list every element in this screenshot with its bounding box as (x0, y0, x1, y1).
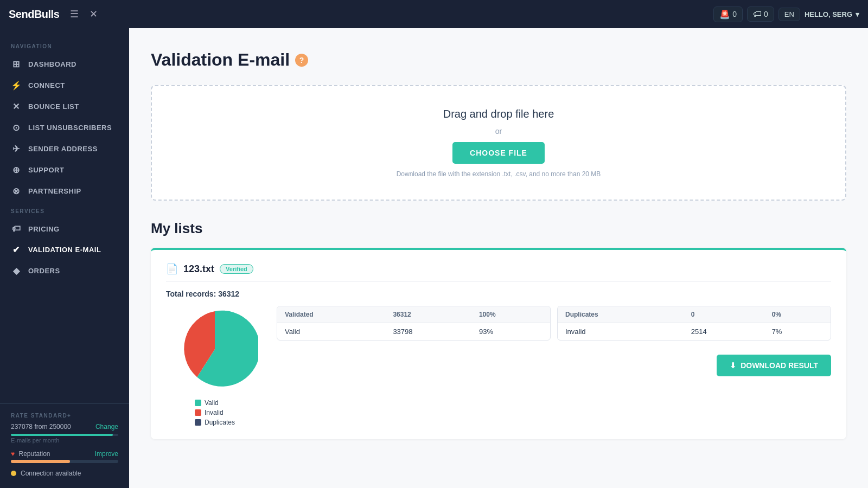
col-header-category2: Duplicates (558, 306, 684, 323)
col-header-count2: 0 (684, 306, 764, 323)
sidebar-item-dashboard[interactable]: ⊞ DASHBOARD (0, 54, 129, 75)
download-result-button[interactable]: ⬇ DOWNLOAD RESULT (717, 355, 831, 376)
rate-used: 237078 from 250000 (11, 423, 71, 431)
menu-icon[interactable]: ☰ (70, 8, 79, 20)
dashboard-icon: ⊞ (11, 59, 22, 69)
bell-icon: 🚨 (719, 9, 730, 20)
nav-section-label: NAVIGATION (0, 43, 129, 54)
notifications-count: 0 (732, 10, 737, 18)
sidebar-item-label: VALIDATION E-MAIL (28, 246, 101, 254)
validation-icon: ✔ (11, 245, 22, 255)
sidebar-item-label: ORDERS (28, 267, 60, 275)
unsubscribers-icon: ⊙ (11, 123, 22, 133)
connect-icon: ⚡ (11, 80, 22, 91)
upload-box: Drag and drop file here or CHOOSE FILE D… (151, 85, 846, 201)
page-title: Validation E-mail (151, 50, 290, 70)
invalid-dot (195, 409, 201, 416)
drag-drop-text: Drag and drop file here (443, 108, 554, 120)
reputation-link[interactable]: Improve (95, 450, 118, 458)
col-header-pct1: 100% (471, 306, 550, 323)
legend-valid: Valid (195, 399, 235, 407)
topbar: SendBulls ☰ ✕ 🚨 0 🏷 0 EN HELLO, SERG ▾ (0, 0, 868, 28)
main-content: Validation E-mail ? Drag and drop file h… (129, 28, 868, 488)
choose-file-button[interactable]: CHOOSE FILE (452, 142, 545, 164)
user-menu[interactable]: HELLO, SERG ▾ (805, 10, 859, 18)
sender-icon: ✈ (11, 144, 22, 154)
row-label: Invalid (558, 323, 684, 341)
connection-label: Connection available (21, 470, 81, 477)
sidebar-item-bounce[interactable]: ✕ BOUNCE LIST (0, 96, 129, 117)
reputation-label: ♥ Reputation (11, 450, 50, 458)
lang-button[interactable]: EN (778, 8, 800, 21)
list-card-header: 📄 123.txt Verified (166, 263, 831, 282)
pie-chart (171, 306, 258, 393)
sidebar-item-sender[interactable]: ✈ SENDER ADDRESS (0, 138, 129, 159)
sidebar-item-validation[interactable]: ✔ VALIDATION E-MAIL (0, 239, 129, 260)
stats-table-left: Validated 36312 100% Valid 33798 (277, 306, 551, 341)
row-value: 33798 (385, 323, 471, 341)
legend-invalid-label: Invalid (205, 409, 224, 416)
rate-sub: E-mails per month (11, 437, 118, 444)
sidebar-item-connect[interactable]: ⚡ CONNECT (0, 75, 129, 96)
support-icon: ⊕ (11, 165, 22, 175)
pie-chart-wrapper: Valid Invalid Duplicates (166, 306, 264, 426)
orders-icon: ◆ (11, 266, 22, 276)
page-title-row: Validation E-mail ? (151, 50, 846, 70)
download-icon: ⬇ (730, 361, 736, 370)
topbar-left: SendBulls ☰ ✕ (9, 8, 98, 21)
list-body: Valid Invalid Duplicates (166, 306, 831, 426)
col-header-count1: 36312 (385, 306, 471, 323)
sidebar: NAVIGATION ⊞ DASHBOARD ⚡ CONNECT ✕ BOUNC… (0, 28, 129, 488)
sidebar-item-label: PRICING (28, 225, 60, 233)
verified-badge: Verified (220, 264, 253, 274)
reputation-bar (11, 460, 118, 463)
sidebar-item-label: SUPPORT (28, 166, 64, 174)
sidebar-item-label: DASHBOARD (28, 60, 76, 68)
tag-icon: 🏷 (753, 9, 762, 19)
partnership-icon: ⊗ (11, 186, 22, 196)
help-icon[interactable]: ? (295, 54, 308, 67)
legend-invalid: Invalid (195, 409, 235, 416)
user-label: HELLO, SERG (805, 10, 852, 18)
rate-bar-fill (11, 434, 113, 436)
topbar-right: 🚨 0 🏷 0 EN HELLO, SERG ▾ (713, 7, 859, 22)
sidebar-item-support[interactable]: ⊕ SUPPORT (0, 159, 129, 181)
notifications-btn[interactable]: 🚨 0 (713, 7, 743, 22)
tags-btn[interactable]: 🏷 0 (747, 7, 774, 22)
layout: NAVIGATION ⊞ DASHBOARD ⚡ CONNECT ✕ BOUNC… (0, 28, 868, 488)
col-header-pct2: 0% (764, 306, 831, 323)
upload-or: or (495, 127, 502, 136)
sidebar-item-orders[interactable]: ◆ ORDERS (0, 260, 129, 281)
logo: SendBulls (9, 8, 59, 21)
stats-table-right: Duplicates 0 0% Invalid 2514 (557, 306, 831, 341)
pie-legend: Valid Invalid Duplicates (195, 399, 235, 426)
sidebar-item-unsubscribers[interactable]: ⊙ LIST UNSUBSCRIBERS (0, 117, 129, 138)
list-total: Total records: 36312 (166, 290, 831, 298)
sidebar-item-label: BOUNCE LIST (28, 102, 79, 111)
bounce-icon: ✕ (11, 101, 22, 112)
row-value: 2514 (684, 323, 764, 341)
tags-count: 0 (764, 10, 768, 18)
reputation-row: ♥ Reputation Improve (11, 450, 118, 458)
close-icon[interactable]: ✕ (90, 8, 98, 20)
sidebar-item-label: CONNECT (28, 81, 65, 89)
duplicates-dot (195, 419, 201, 426)
sidebar-item-label: SENDER ADDRESS (28, 145, 98, 153)
sidebar-item-partnership[interactable]: ⊗ PARTNERSHIP (0, 181, 129, 202)
sidebar-bottom: RATE STANDARD+ 237078 from 250000 Change… (0, 403, 129, 488)
list-filename: 123.txt (183, 264, 214, 275)
rate-bar (11, 434, 118, 436)
col-header-category1: Validated (277, 306, 385, 323)
sidebar-item-label: LIST UNSUBSCRIBERS (28, 124, 112, 132)
file-icon: 📄 (166, 263, 178, 275)
rate-change-link[interactable]: Change (95, 423, 118, 431)
sidebar-item-pricing[interactable]: 🏷 PRICING (0, 219, 129, 239)
table-row: Invalid 2514 7% (558, 323, 831, 341)
pricing-icon: 🏷 (11, 224, 22, 234)
stats-grid: Validated 36312 100% Valid 33798 (277, 306, 831, 341)
stats-area: Validated 36312 100% Valid 33798 (277, 306, 831, 376)
services-section-label: SERVICES (0, 208, 129, 219)
rate-label: RATE STANDARD+ (11, 413, 118, 419)
reputation-bar-fill (11, 460, 70, 463)
rate-info: 237078 from 250000 Change (11, 423, 118, 431)
